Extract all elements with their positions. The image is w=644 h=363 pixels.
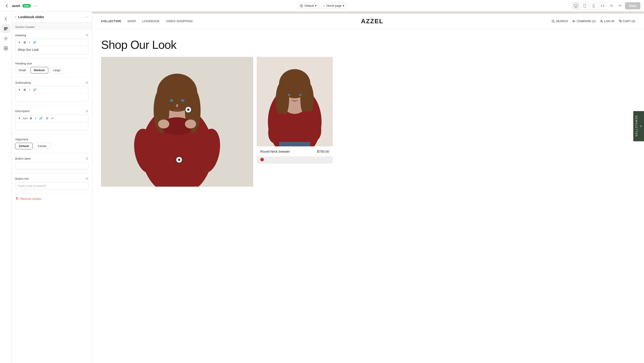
- description-input[interactable]: [16, 122, 88, 130]
- subheading-db-icon[interactable]: ⊙: [86, 81, 88, 84]
- live-badge: Live: [22, 4, 31, 8]
- heading-db-icon[interactable]: ⊙: [86, 33, 88, 37]
- top-image-bar: [92, 12, 644, 14]
- button-link-input[interactable]: [15, 182, 88, 190]
- topbar-center: Default ▾ ⌂ Home page ▾: [297, 3, 347, 9]
- language-dropdown[interactable]: Default ▾: [297, 3, 319, 9]
- heading-size-small[interactable]: Small: [15, 67, 29, 73]
- button-label-input[interactable]: [15, 162, 88, 169]
- svg-point-29: [185, 120, 196, 128]
- preview-area: COLLECTION SHOP LOOKBOOK VIDEO SHOPPING …: [92, 12, 644, 363]
- heading-size-large[interactable]: Large: [50, 67, 64, 73]
- alignment-center[interactable]: Center: [34, 143, 50, 149]
- color-swatch-red[interactable]: [260, 158, 264, 161]
- home-icon: ⌂: [323, 4, 325, 8]
- nav-lookbook[interactable]: LOOKBOOK: [142, 20, 160, 23]
- ai-button[interactable]: ✦: [17, 40, 22, 45]
- svg-point-17: [621, 22, 622, 22]
- desc-ai-button[interactable]: ✦: [17, 116, 22, 120]
- svg-point-28: [158, 120, 169, 128]
- login-nav[interactable]: LOG IN: [600, 20, 614, 23]
- svg-point-39: [288, 94, 290, 96]
- svg-rect-10: [4, 47, 6, 48]
- link-button[interactable]: 🔗: [32, 40, 37, 45]
- sidebar-nav-settings[interactable]: [1, 34, 10, 43]
- heading-toolbar: ✦ B I 🔗: [16, 39, 88, 46]
- sub-ai-button[interactable]: ✦: [17, 88, 22, 92]
- product-info: Round Neck Sweater $750.00: [257, 146, 333, 156]
- alignment-default[interactable]: Default: [15, 143, 33, 149]
- sidebar-nav-sections[interactable]: [1, 24, 10, 33]
- desc-bold-button[interactable]: B: [29, 116, 33, 120]
- description-field-label: Description ⊙: [15, 109, 88, 113]
- icon-sidebar: [0, 12, 12, 363]
- subheading-input[interactable]: [16, 94, 88, 102]
- tablet-view-button[interactable]: [581, 2, 588, 10]
- svg-point-31: [181, 99, 184, 102]
- settings-panel: ‹ Lookbook slider ⋯ Section header Headi…: [12, 12, 92, 363]
- svg-rect-43: [279, 142, 310, 146]
- lookbook-hero-image: [101, 57, 253, 187]
- svg-point-14: [552, 20, 554, 22]
- desc-bullet-button[interactable]: ☰: [45, 116, 50, 120]
- app-title: azzel: [12, 4, 20, 8]
- panel-more-icon[interactable]: ⋯: [85, 15, 88, 19]
- svg-rect-1: [574, 5, 577, 7]
- font-size-selector[interactable]: Aa▾: [23, 117, 28, 120]
- newsletter-label: NEWSLETTER: [635, 116, 638, 137]
- remove-section-button[interactable]: Remove section: [12, 193, 92, 204]
- sub-italic-button[interactable]: I: [28, 88, 31, 92]
- svg-point-40: [299, 94, 302, 96]
- compare-nav[interactable]: COMPARE (2): [572, 20, 596, 23]
- page-dropdown[interactable]: ⌂ Home page ▾: [321, 3, 347, 9]
- heading-size-buttons: Small Medium Large: [15, 67, 88, 73]
- sidebar-nav-back[interactable]: [1, 14, 10, 23]
- description-section: Description ⊙ ✦ Aa▾ B I 🔗 ☰ ≡: [12, 106, 92, 134]
- newsletter-close[interactable]: ×: [640, 124, 642, 128]
- desc-link-button[interactable]: 🔗: [38, 116, 44, 120]
- sub-bold-button[interactable]: B: [23, 88, 26, 92]
- bold-button[interactable]: B: [23, 40, 26, 45]
- code-view-button[interactable]: [599, 2, 606, 10]
- product-name: Round Neck Sweater: [260, 150, 290, 153]
- more-button[interactable]: ⋯: [33, 3, 37, 8]
- redo-button[interactable]: ↪: [616, 2, 623, 10]
- product-card: Round Neck Sweater $750.00: [257, 57, 333, 164]
- undo-button[interactable]: ↩: [608, 2, 615, 10]
- mobile-view-button[interactable]: [590, 2, 597, 10]
- sidebar-nav-apps[interactable]: [1, 44, 10, 53]
- nav-video-shopping[interactable]: VIDEO SHOPPING: [166, 20, 193, 23]
- subheading-editor: ✦ B I 🔗: [15, 86, 88, 102]
- search-nav[interactable]: SEARCH: [552, 20, 568, 23]
- italic-button[interactable]: I: [28, 40, 31, 45]
- panel-title: Lookbook slider: [18, 15, 83, 19]
- svg-point-15: [601, 20, 602, 21]
- button-link-field-label: Button link ⊙: [15, 177, 88, 180]
- topbar-right: ↩ ↪ Save: [350, 2, 640, 10]
- heading-input[interactable]: Shop Our Look: [16, 46, 88, 54]
- heading-size-medium[interactable]: Medium: [31, 67, 48, 73]
- back-icon[interactable]: [4, 3, 10, 9]
- desc-ordered-button[interactable]: ≡: [51, 116, 54, 120]
- newsletter-sidebar[interactable]: × NEWSLETTER: [633, 111, 644, 141]
- hotspot-2[interactable]: [176, 156, 183, 163]
- sub-link-button[interactable]: 🔗: [32, 88, 37, 92]
- panel-back-icon[interactable]: ‹: [15, 15, 16, 19]
- svg-rect-12: [4, 49, 6, 50]
- nav-collection[interactable]: COLLECTION: [101, 20, 121, 23]
- svg-rect-13: [6, 49, 8, 50]
- svg-point-30: [170, 99, 173, 102]
- alignment-section: Alignment Default Center: [12, 134, 92, 153]
- button-link-db-icon[interactable]: ⊙: [86, 177, 88, 180]
- save-button[interactable]: Save: [625, 2, 640, 10]
- button-link-section: Button link ⊙: [12, 173, 92, 193]
- heading-editor: ✦ B I 🔗 Shop Our Look: [15, 39, 88, 54]
- description-db-icon[interactable]: ⊙: [86, 109, 88, 113]
- button-label-db-icon[interactable]: ⊙: [86, 157, 88, 160]
- cart-nav[interactable]: CART (4): [619, 20, 635, 23]
- desktop-view-button[interactable]: [572, 2, 580, 10]
- desc-italic-button[interactable]: I: [34, 116, 37, 120]
- subheading-section: Subheading ⊙ ✦ B I 🔗: [12, 77, 92, 106]
- nav-shop[interactable]: SHOP: [128, 20, 136, 23]
- button-label-field-label: Button label ⊙: [15, 157, 88, 160]
